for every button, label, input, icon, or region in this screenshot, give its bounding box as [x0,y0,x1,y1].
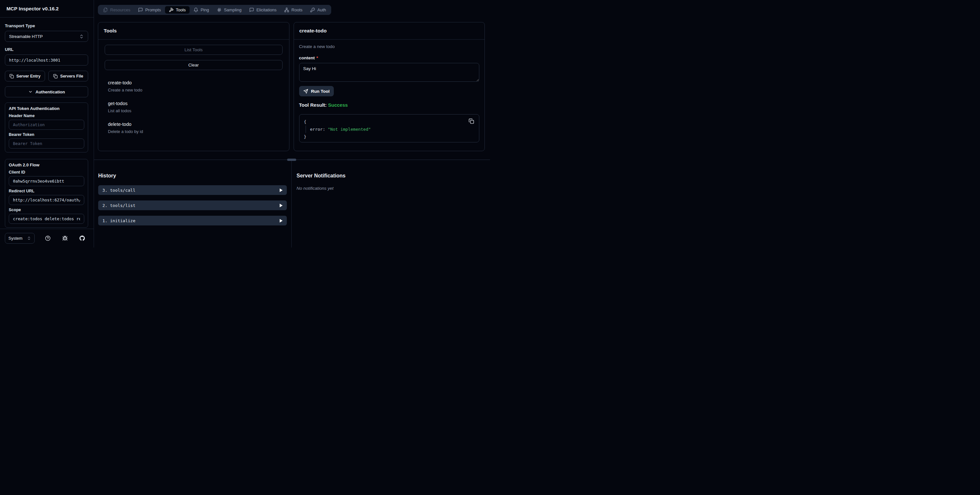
history-item-label: 1. initialize [102,218,135,223]
run-tool-label: Run Tool [311,89,329,94]
theme-select-value: System [8,236,22,241]
tab-auth[interactable]: Auth [306,6,330,14]
main-area: Resources Prompts Tools Ping Sampling El… [94,0,490,248]
chevron-down-icon [28,89,33,94]
expand-arrow-icon [280,204,283,207]
tab-resources[interactable]: Resources [99,6,134,14]
url-label: URL [5,47,88,52]
tool-item-get-todos[interactable]: get-todos List all todos [108,101,283,113]
tool-description: Delete a todo by id [108,129,283,134]
tab-tools[interactable]: Tools [165,6,189,14]
history-title: History [98,173,287,179]
tools-panel-header: Tools [98,22,289,40]
tool-name: get-todos [108,101,283,106]
sidebar-footer: System [0,229,94,248]
bottom-panels: History 3. tools/call 2. tools/list 1. i… [94,160,490,248]
horizontal-splitter[interactable] [94,160,490,160]
copy-icon [469,118,474,124]
chevrons-up-down-icon [27,236,31,240]
header-name-input[interactable] [9,120,84,130]
tab-sampling[interactable]: Sampling [213,6,245,14]
copy-icon [53,74,58,78]
chevrons-up-down-icon [79,34,84,39]
api-token-title: API Token Authentication [9,106,84,111]
theme-select[interactable]: System [5,233,35,244]
bug-icon[interactable] [62,235,68,241]
tool-detail-header: create-todo [294,22,485,40]
authentication-toggle[interactable]: Authentication [5,86,88,97]
oauth-card: OAuth 2.0 Flow Client ID Redirect URL Sc… [5,159,88,228]
copy-result-button[interactable] [469,118,475,124]
message-square-icon [249,8,254,12]
server-notifications-panel: Server Notifications No notifications ye… [292,160,490,248]
list-tools-button[interactable]: List Tools [105,45,283,55]
tool-result-line: Tool Result: Success [299,102,480,108]
app-root: MCP Inspector v0.16.2 Transport Type Str… [0,0,490,248]
content-textarea[interactable]: Say Hi [299,63,480,82]
json-open-brace: { [304,118,475,126]
tools-panel-title: Tools [104,28,117,34]
servers-file-button[interactable]: Servers File [48,71,89,81]
json-key: error: [310,127,328,132]
server-entry-button[interactable]: Server Entry [5,71,45,81]
client-id-label: Client ID [9,170,84,174]
hash-icon [217,8,222,12]
github-icon[interactable] [80,235,85,241]
no-notifications-text: No notifications yet [296,186,490,191]
history-item-label: 2. tools/list [102,203,135,208]
tool-name: create-todo [108,80,283,86]
bell-icon [194,8,198,12]
list-tools-label: List Tools [185,47,202,52]
tool-detail-title: create-todo [299,28,327,34]
tab-roots[interactable]: Roots [280,6,306,14]
send-icon [303,89,308,94]
sidebar-body: Transport Type Streamable HTTP URL Serve… [0,18,94,229]
run-tool-button[interactable]: Run Tool [299,86,334,96]
clear-label: Clear [188,62,199,67]
servers-file-label: Servers File [60,74,83,78]
network-icon [284,8,289,12]
help-icon[interactable] [45,235,51,241]
history-item-tools-call[interactable]: 3. tools/call [98,185,287,195]
tool-list: create-todo Create a new todo get-todos … [105,80,283,134]
tool-description: List all todos [108,109,283,113]
clear-button[interactable]: Clear [105,60,283,70]
tab-prompts[interactable]: Prompts [134,6,165,14]
tool-item-create-todo[interactable]: create-todo Create a new todo [108,80,283,93]
hammer-icon [169,8,174,12]
sidebar-header: MCP Inspector v0.16.2 [0,0,94,18]
tab-label: Prompts [145,8,161,12]
key-icon [310,8,315,12]
history-item-initialize[interactable]: 1. initialize [98,216,287,225]
tab-label: Elicitations [256,8,277,12]
app-title: MCP Inspector v0.16.2 [6,6,59,11]
tab-elicitations[interactable]: Elicitations [245,6,280,14]
tab-bar: Resources Prompts Tools Ping Sampling El… [98,5,331,15]
redirect-url-input[interactable] [9,195,84,205]
tab-ping[interactable]: Ping [189,6,213,14]
tool-result-label: Tool Result: [299,102,327,108]
history-item-tools-list[interactable]: 2. tools/list [98,200,287,210]
expand-arrow-icon [280,219,283,222]
transport-select[interactable]: Streamable HTTP [5,31,88,42]
scope-input[interactable] [9,214,84,224]
files-icon [103,8,108,12]
redirect-url-label: Redirect URL [9,189,84,193]
footer-icons [45,235,89,241]
client-id-input[interactable] [9,176,84,186]
tools-panel-body: List Tools Clear create-todo Create a ne… [98,40,289,142]
tool-name: delete-todo [108,121,283,127]
api-token-card: API Token Authentication Header Name Bea… [5,102,88,152]
oauth-title: OAuth 2.0 Flow [9,163,84,168]
url-input[interactable] [5,54,88,65]
tool-item-delete-todo[interactable]: delete-todo Delete a todo by id [108,121,283,134]
tool-result-status: Success [328,102,348,108]
tool-description: Create a new todo [108,88,283,93]
field-label-text: content [299,56,315,60]
tab-label: Resources [110,8,130,12]
splitter-grip-icon[interactable] [287,159,296,161]
server-buttons-row: Server Entry Servers File [5,71,88,81]
tab-label: Sampling [224,8,242,12]
bearer-token-input[interactable] [9,139,84,148]
copy-icon [10,74,14,78]
